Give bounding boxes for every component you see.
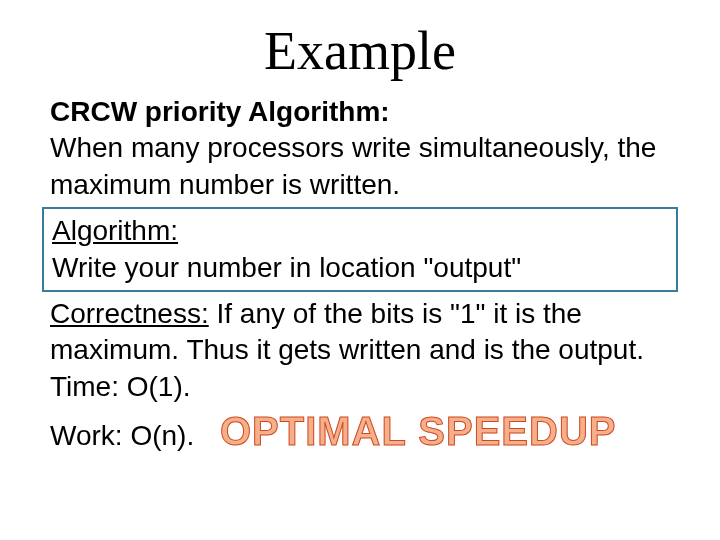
correctness-label: Correctness:	[50, 298, 209, 329]
work-line: Work: O(n).	[50, 420, 194, 451]
correctness-block: Correctness: If any of the bits is "1" i…	[50, 296, 670, 369]
algorithm-box: Algorithm: Write your number in location…	[42, 207, 678, 292]
algorithm-label: Algorithm:	[52, 213, 668, 249]
slide-content: CRCW priority Algorithm: When many proce…	[50, 94, 670, 457]
time-line: Time: O(1).	[50, 369, 670, 405]
optimal-speedup-text: OPTIMAL SPEEDUP	[220, 409, 617, 453]
work-row: Work: O(n). OPTIMAL SPEEDUP	[50, 405, 670, 457]
slide-title: Example	[50, 20, 670, 82]
description-line: When many processors write simultaneousl…	[50, 130, 670, 203]
crcw-heading: CRCW priority Algorithm:	[50, 94, 670, 130]
algorithm-text: Write your number in location "output"	[52, 250, 668, 286]
